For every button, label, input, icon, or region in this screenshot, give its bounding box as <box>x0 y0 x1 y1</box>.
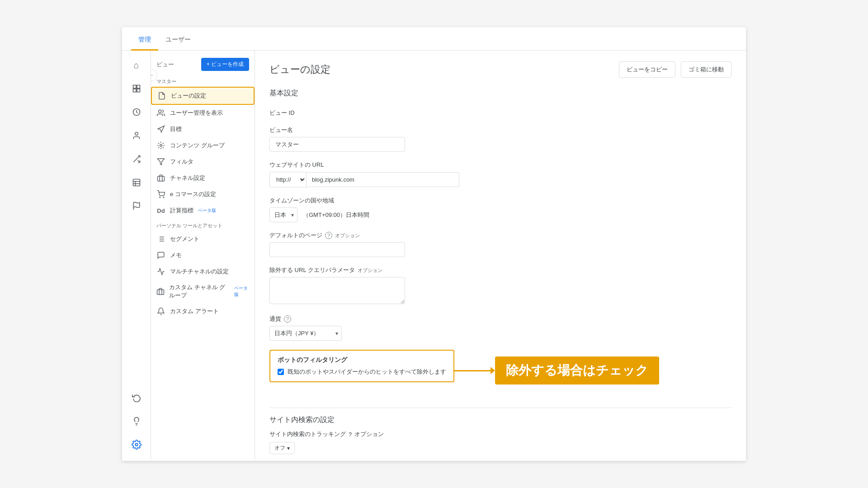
segment-icon <box>156 235 165 244</box>
menu-item-custom-alert[interactable]: カスタム アラート <box>151 303 255 319</box>
timezone-row: 日本 （GMT+09:00）日本時間 <box>269 207 731 222</box>
sidebar-item-users[interactable] <box>126 125 147 146</box>
site-search-toggle[interactable]: オフ ▾ <box>269 442 295 454</box>
menu-item-user-management[interactable]: ユーザー管理を表示 <box>151 105 255 121</box>
site-search-help-icon[interactable]: ? <box>349 431 352 438</box>
default-page-label: デフォルトのページ ? オプション <box>269 231 731 239</box>
currency-group: 通貨 ? 日本円（JPY ¥） <box>269 315 731 341</box>
exclude-url-group: 除外する URL クエリパラメータ オプション <box>269 266 731 306</box>
svg-rect-0 <box>133 85 136 89</box>
timezone-group: タイムゾーンの国や地域 日本 （GMT+09:00）日本時間 <box>269 197 731 222</box>
menu-item-segments[interactable]: セグメント <box>151 231 255 247</box>
content-area: ビューの設定 ビューをコピー ゴミ箱に移動 基本設定 ビュー ID ビュー名 ウ… <box>255 51 746 461</box>
timezone-label: タイムゾーンの国や地域 <box>269 197 731 205</box>
trash-button[interactable]: ゴミ箱に移動 <box>681 61 731 78</box>
menu-item-custom-channel[interactable]: カスタム チャネル グループ ベータ版 <box>151 280 255 303</box>
sidebar-item-transform[interactable] <box>126 148 147 170</box>
master-label: マスター <box>151 75 255 87</box>
svg-point-18 <box>160 145 162 147</box>
view-name-group: ビュー名 <box>269 126 731 152</box>
sidebar-item-bulb[interactable] <box>126 410 147 432</box>
menu-item-view-settings[interactable]: ビューの設定 <box>151 87 255 105</box>
main-layout: ⌂ <box>122 51 746 461</box>
multichannel-icon <box>156 267 165 276</box>
svg-marker-19 <box>158 159 165 165</box>
tab-admin[interactable]: 管理 <box>131 30 158 51</box>
beta-badge-custom: ベータ版 <box>234 285 249 298</box>
menu-item-ecommerce[interactable]: e コマースの設定 <box>151 186 255 202</box>
timezone-value: （GMT+09:00）日本時間 <box>303 211 369 219</box>
menu-item-filter[interactable]: フィルタ <box>151 154 255 170</box>
view-name-label: ビュー名 <box>269 126 731 134</box>
bot-filtering-section: ボットのフィルタリング 既知のボットやスパイダーからのヒットをすべて除外します <box>269 350 454 382</box>
currency-help-icon[interactable]: ? <box>284 315 291 323</box>
view-id-label: ビュー ID <box>269 109 731 117</box>
channel-icon <box>156 174 165 183</box>
view-id-group: ビュー ID <box>269 109 731 117</box>
default-page-help-icon[interactable]: ? <box>325 232 332 239</box>
menu-item-content-groups[interactable]: コンテンツ グループ <box>151 137 255 154</box>
bot-filtering-checkbox[interactable] <box>278 369 284 375</box>
default-page-group: デフォルトのページ ? オプション <box>269 231 731 257</box>
svg-rect-3 <box>137 89 140 92</box>
document-icon <box>157 91 166 100</box>
menu-item-channel-settings[interactable]: チャネル設定 <box>151 170 255 186</box>
bot-filtering-checkbox-row: 既知のボットやスパイダーからのヒットをすべて除外します <box>278 368 446 376</box>
default-page-input[interactable] <box>269 242 405 257</box>
site-search-optional: オプション <box>354 430 384 438</box>
sidebar-item-clock[interactable] <box>126 101 147 123</box>
goal-icon <box>156 125 165 134</box>
timezone-country-select[interactable]: 日本 <box>269 207 297 222</box>
tab-users[interactable]: ユーザー <box>158 30 198 51</box>
panel-header: ビュー + ビューを作成 <box>151 56 255 75</box>
sidebar-item-home[interactable]: ⌂ <box>126 54 147 76</box>
menu-item-calc-metrics[interactable]: Dd 計算指標 ベータ版 <box>151 202 255 219</box>
svg-rect-1 <box>137 85 140 89</box>
menu-item-multichannel[interactable]: マルチチャネルの設定 <box>151 263 255 280</box>
svg-point-15 <box>135 443 138 446</box>
content-header: ビューの設定 ビューをコピー ゴミ箱に移動 <box>269 61 731 78</box>
svg-point-16 <box>159 110 161 113</box>
currency-label: 通貨 ? <box>269 315 731 323</box>
bot-filtering-checkbox-label: 既知のボットやスパイダーからのヒットをすべて除外します <box>288 368 446 376</box>
bot-filtering-title: ボットのフィルタリング <box>278 356 446 364</box>
left-panel: ← ビュー + ビューを作成 マスター ビューの設定 <box>151 51 255 461</box>
calc-icon: Dd <box>156 206 165 215</box>
sidebar-item-reports[interactable] <box>126 78 147 99</box>
currency-select-wrapper: 日本円（JPY ¥） <box>269 326 342 341</box>
exclude-url-label: 除外する URL クエリパラメータ オプション <box>269 266 731 274</box>
create-view-button[interactable]: + ビューを作成 <box>201 58 249 71</box>
svg-rect-20 <box>158 176 165 181</box>
svg-rect-8 <box>133 179 140 186</box>
url-protocol-select[interactable]: http:// https:// <box>269 172 307 188</box>
cart-icon <box>156 190 165 199</box>
view-name-input[interactable] <box>269 137 405 152</box>
sidebar-item-table[interactable] <box>126 172 147 193</box>
annotation-box: 除外する場合はチェック <box>495 357 659 385</box>
annotation-container: 除外する場合はチェック <box>454 357 659 385</box>
beta-badge-calc: ベータ版 <box>198 207 216 214</box>
menu-item-memo[interactable]: メモ <box>151 247 255 263</box>
sidebar-item-undo[interactable] <box>126 387 147 408</box>
copy-view-button[interactable]: ビューをコピー <box>619 61 675 78</box>
icon-sidebar: ⌂ <box>122 51 151 461</box>
sidebar-item-settings[interactable] <box>126 434 147 455</box>
svg-point-21 <box>160 197 160 198</box>
annotation-arrowhead <box>491 367 495 374</box>
bot-filtering-container: ボットのフィルタリング 既知のボットやスパイダーからのヒットをすべて除外します … <box>269 350 454 391</box>
svg-point-22 <box>163 197 164 198</box>
exclude-url-textarea[interactable] <box>269 277 405 304</box>
sidebar-item-flag[interactable] <box>126 195 147 217</box>
page-title: ビューの設定 <box>269 63 330 76</box>
menu-item-goals[interactable]: 目標 <box>151 121 255 137</box>
site-search-tracking-label: サイト内検索のトラッキング ? オプション <box>269 430 731 438</box>
icon-sidebar-bottom <box>126 387 147 461</box>
website-url-label: ウェブサイトの URL <box>269 161 731 169</box>
currency-select[interactable]: 日本円（JPY ¥） <box>269 326 342 341</box>
divider <box>269 408 731 408</box>
url-input[interactable] <box>307 172 459 187</box>
custom-channel-icon <box>156 287 165 296</box>
url-protocol-wrapper: http:// https:// <box>269 172 307 188</box>
alert-icon <box>156 307 165 316</box>
url-row: http:// https:// <box>269 172 459 188</box>
